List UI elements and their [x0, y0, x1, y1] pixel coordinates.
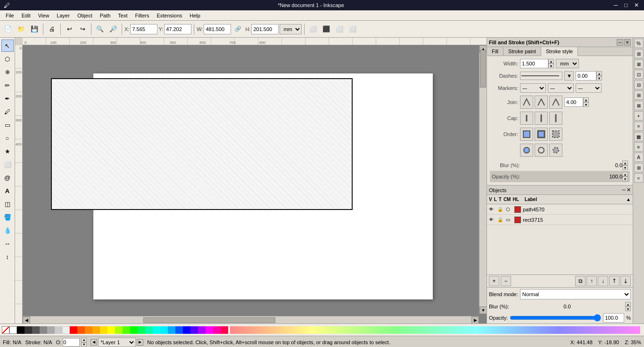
menu-path[interactable]: Path: [96, 12, 115, 19]
w-input[interactable]: [204, 24, 231, 34]
undo-button[interactable]: ↩: [63, 23, 75, 35]
snap-button-1[interactable]: %: [634, 39, 644, 48]
select-tool[interactable]: ↖: [1, 40, 14, 52]
snap-button-8[interactable]: +: [634, 111, 644, 121]
pencil-tool[interactable]: ✏: [1, 79, 14, 91]
dash-offset-input[interactable]: [576, 71, 596, 81]
lock-aspect-button[interactable]: 🔗: [232, 23, 244, 35]
menu-edit[interactable]: Edit: [18, 12, 34, 19]
snap-button-12[interactable]: A: [634, 153, 644, 162]
measure-tool[interactable]: ↕: [1, 250, 14, 263]
dash-dropdown-button[interactable]: ▼: [564, 71, 574, 81]
color-yellow-amber[interactable]: [100, 326, 107, 334]
order-fill-stroke-button[interactable]: [520, 128, 533, 141]
text-tool[interactable]: A: [1, 185, 14, 197]
object-move-bottom-button[interactable]: ⤓: [620, 276, 631, 286]
cap-round-button[interactable]: [535, 112, 548, 125]
add-object-button[interactable]: +: [489, 276, 499, 286]
dash-preview[interactable]: [520, 72, 562, 80]
zoom-tool[interactable]: ⊕: [1, 66, 14, 78]
join-value-down[interactable]: ▼: [583, 102, 589, 107]
order-btn-c[interactable]: [549, 144, 562, 157]
color-swatch-5[interactable]: [40, 326, 47, 334]
menu-extensions[interactable]: Extensions: [153, 12, 186, 19]
node-tool[interactable]: ⬡: [1, 53, 14, 65]
color-lime[interactable]: [123, 326, 130, 334]
snap-button-13[interactable]: ⊞: [634, 163, 644, 172]
save-button[interactable]: 💾: [28, 23, 41, 35]
paint-tool[interactable]: 🪣: [1, 211, 14, 223]
object-duplicate-button[interactable]: ⧉: [575, 276, 586, 286]
scroll-right-arrow[interactable]: ▶: [471, 316, 479, 324]
unit-select[interactable]: mmpxptcmin: [280, 24, 302, 34]
menu-file[interactable]: File: [2, 12, 18, 19]
rect-tool[interactable]: ▭: [1, 119, 14, 131]
color-yellow-green[interactable]: [115, 326, 123, 334]
align-left-button[interactable]: ⬜: [307, 23, 319, 35]
eyedrop-tool[interactable]: 💧: [1, 224, 14, 236]
color-cyan[interactable]: [160, 326, 168, 334]
tab-stroke-paint[interactable]: Stroke paint: [504, 47, 541, 56]
horizontal-scroll-thumb[interactable]: [143, 317, 275, 323]
remove-object-button[interactable]: −: [501, 276, 511, 286]
snap-button-7[interactable]: ⊠: [634, 101, 644, 110]
menu-help[interactable]: Help: [186, 12, 204, 19]
canvas-object-rect[interactable]: [51, 78, 353, 210]
snap-button-5[interactable]: ⊟: [634, 80, 644, 89]
menu-layer[interactable]: Layer: [53, 12, 74, 19]
color-amber[interactable]: [92, 326, 100, 334]
layer-toggle-right-button[interactable]: ▶: [137, 339, 143, 346]
y-input[interactable]: [164, 24, 191, 34]
color-cyan-light[interactable]: [153, 326, 160, 334]
blur-up[interactable]: ▲: [622, 161, 628, 165]
object-row-rect3715[interactable]: 👁 🔒 ▭ rect3715: [487, 215, 633, 225]
marker-start-select[interactable]: —: [520, 83, 546, 93]
obj-blur-up[interactable]: ▲: [625, 302, 631, 307]
scroll-left-arrow[interactable]: ◀: [23, 316, 30, 324]
layer-toggle-button[interactable]: ◀: [91, 339, 97, 346]
zoom-out-button[interactable]: 🔎: [107, 23, 119, 35]
snap-button-14[interactable]: ≈: [634, 173, 644, 183]
snap-button-11[interactable]: ≡: [634, 142, 644, 152]
color-swatch-7[interactable]: [55, 326, 62, 334]
menu-filters[interactable]: Filters: [132, 12, 153, 19]
object-row-path4570[interactable]: 👁 🔒 ⬡ path4570: [487, 204, 633, 215]
h-input[interactable]: [251, 24, 279, 34]
join-round-button[interactable]: [535, 96, 548, 109]
width-unit-select[interactable]: mmpxpt: [556, 59, 579, 68]
opacity-status-down[interactable]: ▼: [81, 342, 87, 347]
color-yellow[interactable]: [107, 326, 115, 334]
join-bevel-button[interactable]: [549, 96, 562, 109]
new-button[interactable]: 📄: [2, 23, 14, 35]
order-stroke-fill-button[interactable]: [535, 128, 548, 141]
panel-close-button[interactable]: ✕: [624, 39, 631, 46]
color-blue[interactable]: [183, 326, 190, 334]
close-button[interactable]: ✕: [633, 2, 640, 8]
pen-tool[interactable]: ✒: [1, 92, 14, 105]
dash-offset-down[interactable]: ▼: [596, 76, 602, 81]
color-swatch-8[interactable]: [62, 326, 70, 334]
color-rose[interactable]: [213, 326, 221, 334]
star-tool[interactable]: ★: [1, 145, 14, 157]
snap-button-2[interactable]: ⊞: [634, 49, 644, 58]
redo-button[interactable]: ↪: [76, 23, 89, 35]
open-button[interactable]: 📁: [15, 23, 27, 35]
menu-text[interactable]: Text: [114, 12, 131, 19]
objects-panel-min-button[interactable]: ─: [622, 187, 626, 193]
zoom-in-button[interactable]: 🔍: [94, 23, 106, 35]
panel-min-button[interactable]: ─: [617, 39, 623, 46]
join-value-input[interactable]: [564, 97, 583, 107]
snap-button-4[interactable]: ⊡: [634, 70, 644, 79]
color-swatch-3[interactable]: [25, 326, 32, 334]
blur-down[interactable]: ▼: [622, 165, 628, 170]
color-spring[interactable]: [145, 326, 153, 334]
snap-button-6[interactable]: ⊞: [634, 90, 644, 100]
align-center-button[interactable]: ⬛: [320, 23, 332, 35]
color-orange-red[interactable]: [77, 326, 85, 334]
cap-butt-button[interactable]: [520, 112, 533, 125]
join-miter-button[interactable]: [520, 96, 533, 109]
horizontal-scrollbar[interactable]: ◀ ▶: [23, 316, 479, 323]
color-white[interactable]: [9, 326, 17, 334]
cap-square-button[interactable]: [549, 112, 562, 125]
width-up[interactable]: ▲: [548, 59, 554, 64]
